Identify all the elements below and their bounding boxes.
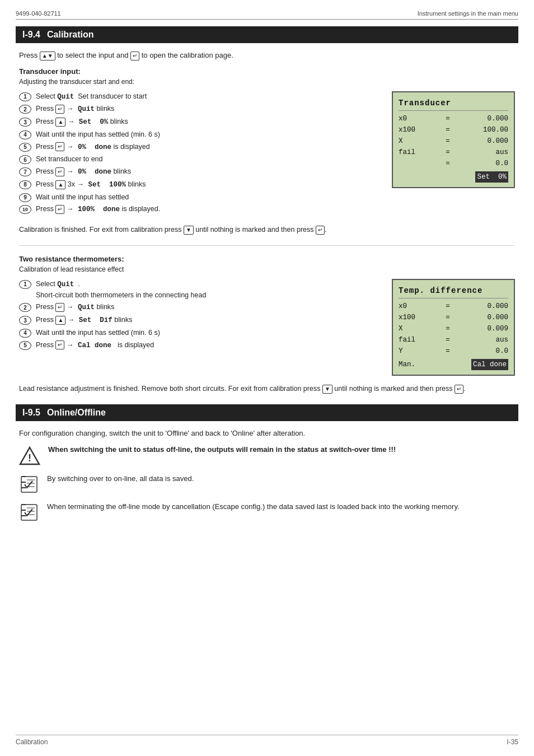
lcd-eq (444, 171, 452, 183)
section-95-id: I-9.5 (22, 408, 40, 418)
step-num: 10 (19, 205, 31, 214)
lcd-title: Temp. difference (399, 284, 508, 298)
enter-icon: ↵ (316, 226, 325, 235)
footer-right: I-35 (507, 738, 518, 746)
step-item: 8 Press ▲ 3x → Set 100% blinks (19, 179, 382, 190)
lcd-row: Man. Cal done (399, 359, 508, 370)
lcd-val: aus (469, 147, 508, 158)
lcd-row: x100 = 100.00 (399, 124, 508, 136)
step-item: 2 Press ↵ → Quit blinks (19, 302, 382, 313)
lcd-key: Y (399, 346, 427, 357)
step-num: 5 (19, 341, 31, 350)
step-num: 8 (19, 180, 31, 189)
lcd-row: x0 = 0.000 (399, 301, 508, 312)
lcd-eq: = (444, 301, 452, 312)
lcd-val: Cal done (469, 359, 508, 370)
two-resistance-title: Two resistance thermometers: (19, 255, 515, 263)
step-num: 4 (19, 130, 31, 139)
enter-icon: ↵ (55, 303, 64, 312)
step-text: Press ↵ → Quit blinks (36, 302, 382, 313)
step-text: Press ↵ → 0% done is displayed (36, 142, 382, 153)
lcd-row: x100 = 0.000 (399, 312, 508, 323)
two-resistance-lcd-display: Temp. difference x0 = 0.000 x100 = 0.000… (392, 279, 515, 376)
two-resistance-closing: Lead resistance adjustment is finished. … (19, 384, 515, 394)
step-num: 3 (19, 118, 31, 127)
lcd-val: 0.000 (469, 312, 508, 323)
header-doc-number: 9499-040-82711 (16, 10, 61, 17)
note-book-icon-1 (19, 474, 39, 494)
two-resistance-display-col: Temp. difference x0 = 0.000 x100 = 0.000… (392, 279, 515, 376)
lcd-row: x0 = 0.000 (399, 113, 508, 124)
step-text: Press ▲ → Set Dif blinks (36, 315, 382, 326)
step-item: 10 Press ↵ → 100% done is displayed. (19, 204, 382, 215)
up-icon: ▲ (55, 180, 65, 189)
lcd-val: 100.00 (469, 124, 508, 136)
section-95-content: For configuration changing, switch the u… (16, 429, 518, 522)
step-text: Press ↵ → Quit blinks (36, 104, 382, 115)
lcd-key: Man. (399, 359, 427, 370)
step-text: Select Quit . Short-circuit both thermom… (36, 279, 382, 301)
down-icon: ▼ (184, 226, 194, 235)
two-resistance-steps-col: 1 Select Quit . Short-circuit both therm… (19, 279, 382, 376)
step-item: 2 Press ↵ → Quit blinks (19, 104, 382, 115)
step-num: 4 (19, 329, 31, 338)
step-text: Press ↵ → Cal done is displayed (36, 340, 382, 351)
lcd-row: fail = aus (399, 334, 508, 346)
transducer-input-layout: 1 Select Quit Set transducer to start 2 … (19, 91, 515, 217)
section-94-intro: Press ▲▼ to select the input and ↵ to op… (19, 51, 515, 60)
step-text: Press ↵ → 100% done is displayed. (36, 204, 382, 215)
warning-text: When switching the unit to status off-li… (48, 444, 515, 455)
lcd-eq: = (444, 158, 452, 169)
step-num: 2 (19, 105, 31, 114)
lcd-val: 0.009 (469, 323, 508, 334)
step-text: Press ↵ → 0% done blinks (36, 166, 382, 178)
transducer-display-col: Transducer x0 = 0.000 x100 = 100.00 X = … (392, 91, 515, 217)
section-95-intro: For configuration changing, switch the u… (19, 429, 515, 437)
step-text: Wait until the input has settled (min. 6… (36, 129, 382, 140)
step-item: 5 Press ↵ → Cal done is displayed (19, 340, 382, 351)
lcd-key: fail (399, 334, 427, 346)
lcd-key: fail (399, 147, 427, 158)
lcd-eq: = (444, 147, 452, 158)
lcd-eq (444, 359, 452, 370)
lcd-eq: = (444, 323, 452, 334)
lcd-val: 0.000 (469, 136, 508, 147)
section-94-content: Press ▲▼ to select the input and ↵ to op… (16, 51, 518, 394)
step-item: 6 Set transducer to end (19, 154, 382, 165)
header-section-title: Instrument settings in the main menu (418, 10, 518, 17)
step-num: 6 (19, 155, 31, 164)
step-num: 9 (19, 193, 31, 202)
enter-icon: ↵ (130, 52, 139, 60)
lcd-eq: = (444, 312, 452, 323)
two-resistance-layout: 1 Select Quit . Short-circuit both therm… (19, 279, 515, 376)
enter-icon: ↵ (455, 385, 463, 394)
lcd-key: x100 (399, 124, 427, 136)
lcd-eq: = (444, 113, 452, 124)
two-resistance-subtitle: Calibration of lead resistance effect (19, 265, 515, 273)
note-icon-1 (19, 474, 39, 494)
lcd-val: aus (469, 334, 508, 346)
transducer-lcd-display: Transducer x0 = 0.000 x100 = 100.00 X = … (392, 91, 515, 188)
lcd-highlight: Cal done (471, 359, 508, 370)
step-item: 4 Wait until the input has settled (min.… (19, 328, 382, 338)
transducer-steps-col: 1 Select Quit Set transducer to start 2 … (19, 91, 382, 217)
lcd-row: X = 0.000 (399, 136, 508, 147)
step-text: Wait until the input has settled (36, 192, 382, 203)
note-book-icon-2 (19, 502, 39, 522)
step-text: Press ▲ → Set 0% blinks (36, 116, 382, 128)
note1-block: By switching over to on-line, all data i… (19, 473, 515, 494)
lcd-val: 0.000 (469, 301, 508, 312)
lcd-val: 0.000 (469, 113, 508, 124)
step-num: 1 (19, 280, 31, 289)
step-num: 2 (19, 303, 31, 312)
up-icon: ▲ (55, 316, 65, 325)
step-item: 3 Press ▲ → Set Dif blinks (19, 315, 382, 326)
separator (19, 245, 515, 246)
lcd-key (399, 158, 427, 169)
section-95-title: Online/Offline (47, 408, 106, 418)
transducer-step-list: 1 Select Quit Set transducer to start 2 … (19, 91, 382, 216)
step-num: 1 (19, 92, 31, 101)
two-resistance-step-list: 1 Select Quit . Short-circuit both therm… (19, 279, 382, 351)
page-footer: Calibration I-35 (16, 735, 518, 746)
lcd-row: fail = aus (399, 147, 508, 158)
